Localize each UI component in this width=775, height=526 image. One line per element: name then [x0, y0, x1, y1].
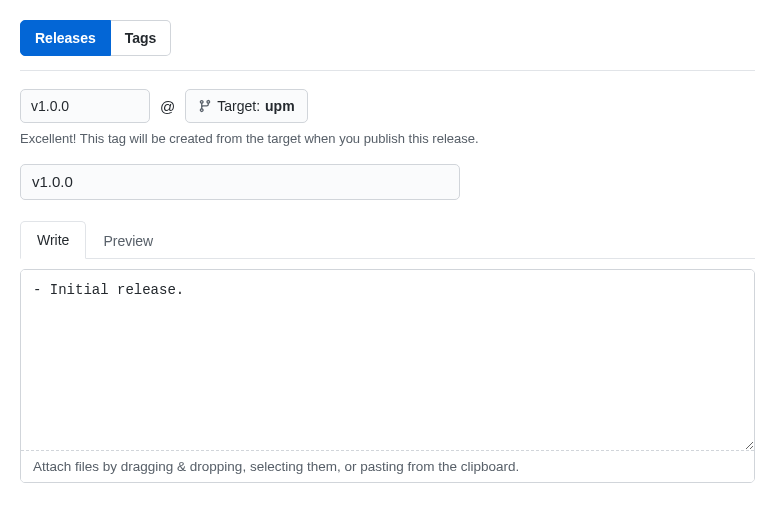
target-prefix-label: Target: [217, 96, 260, 116]
editor-container: Attach files by dragging & dropping, sel… [20, 269, 755, 483]
editor-tabs: Write Preview [20, 220, 755, 259]
tab-write[interactable]: Write [20, 221, 86, 259]
tag-row: @ Target: upm [20, 89, 755, 123]
tag-version-input[interactable] [20, 89, 150, 123]
section-divider [20, 70, 755, 71]
tab-releases[interactable]: Releases [20, 20, 111, 56]
attachment-dropzone[interactable]: Attach files by dragging & dropping, sel… [21, 450, 754, 482]
git-branch-icon [198, 99, 212, 113]
target-branch-value: upm [265, 96, 295, 116]
tab-preview[interactable]: Preview [86, 221, 170, 259]
at-symbol: @ [160, 98, 175, 115]
nav-tabs: Releases Tags [20, 20, 755, 56]
release-body-textarea[interactable] [21, 270, 754, 450]
tab-tags[interactable]: Tags [111, 20, 172, 56]
target-branch-button[interactable]: Target: upm [185, 89, 307, 123]
tag-hint-text: Excellent! This tag will be created from… [20, 131, 755, 146]
release-title-input[interactable] [20, 164, 460, 200]
